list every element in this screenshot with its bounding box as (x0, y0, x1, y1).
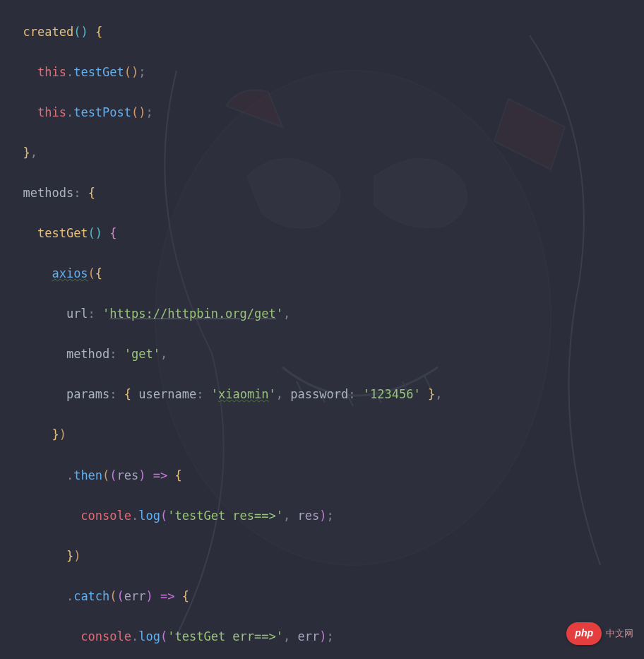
watermark-logo: php (566, 622, 602, 645)
code-line: method: 'get', (6, 344, 638, 364)
code-line: created() { (6, 22, 638, 42)
code-line: url: 'https://httpbin.org/get', (6, 304, 638, 324)
watermark: php 中文网 (566, 622, 633, 645)
code-line: testGet() { (6, 223, 638, 244)
code-line: }, (6, 143, 638, 163)
code-editor[interactable]: created() { this.testGet(); this.testPos… (0, 0, 644, 659)
code-line: .catch((err) => { (6, 586, 638, 607)
code-line: this.testPost(); (6, 102, 638, 123)
code-line: params: { username: 'xiaomin', password:… (6, 384, 638, 405)
code-line: .then((res) => { (6, 465, 638, 486)
code-line: axios({ (6, 263, 638, 284)
code-line: console.log('testGet res==>', res); (6, 506, 638, 526)
code-line: console.log('testGet err==>', err); (6, 627, 638, 647)
code-line: methods: { (6, 183, 638, 203)
code-line: }) (6, 425, 638, 445)
code-line: this.testGet(); (6, 62, 638, 83)
code-line: }) (6, 546, 638, 566)
watermark-text: 中文网 (606, 626, 633, 641)
